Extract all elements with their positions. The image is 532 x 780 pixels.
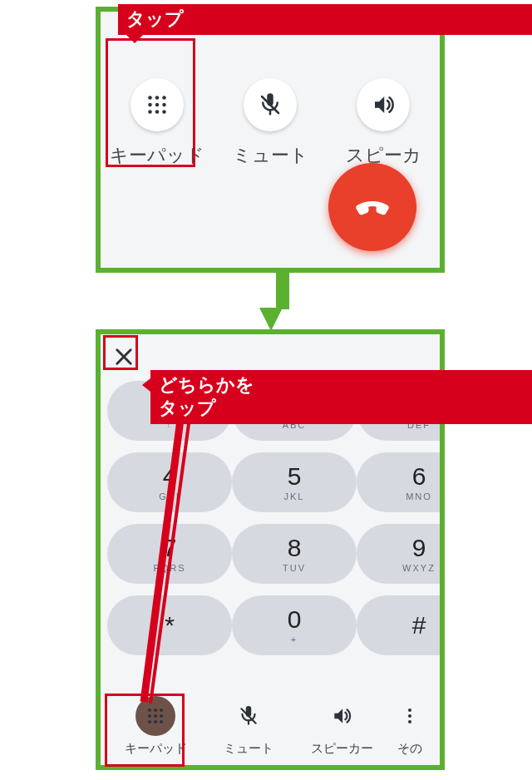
svg-point-19 xyxy=(408,714,411,718)
mute-label-bottom: ミュート xyxy=(224,741,273,757)
mute-button-bottom[interactable] xyxy=(229,696,268,736)
end-call-button[interactable] xyxy=(328,163,416,251)
svg-point-20 xyxy=(408,720,411,723)
svg-point-6 xyxy=(148,110,152,114)
svg-point-16 xyxy=(154,720,157,723)
svg-point-14 xyxy=(160,714,163,718)
mute-icon xyxy=(238,705,259,727)
svg-point-13 xyxy=(154,714,157,718)
dial-digit: * xyxy=(165,613,175,638)
speaker-icon xyxy=(371,92,396,117)
speaker-icon xyxy=(331,705,352,727)
top-callout-text: タップ xyxy=(126,8,184,29)
svg-point-17 xyxy=(160,720,163,723)
speaker-button-bottom[interactable] xyxy=(322,696,362,736)
dial-key-5[interactable]: 5JKL xyxy=(232,452,357,512)
keypad-label-bottom: キーパッド xyxy=(125,741,187,757)
dial-letters: + xyxy=(291,634,298,644)
dial-key-8[interactable]: 8TUV xyxy=(232,524,357,584)
dial-letters: MNO xyxy=(406,491,432,501)
mute-icon xyxy=(258,92,283,117)
dialpad-icon xyxy=(144,704,167,728)
top-panel: キーパッド ミュート xyxy=(96,7,445,273)
svg-point-8 xyxy=(162,110,166,114)
phone-hangup-icon xyxy=(349,184,396,230)
close-icon xyxy=(112,345,135,368)
top-callout: タップ xyxy=(118,4,532,35)
svg-point-4 xyxy=(155,103,160,107)
dial-digit: 8 xyxy=(288,536,302,560)
dial-digit: 7 xyxy=(163,536,177,560)
svg-point-7 xyxy=(155,110,160,114)
dial-key-0[interactable]: 0+ xyxy=(232,595,357,655)
mute-button-top[interactable] xyxy=(244,78,297,131)
dial-digit: 9 xyxy=(412,536,426,560)
dial-key-#[interactable]: # xyxy=(357,595,445,655)
svg-point-5 xyxy=(162,103,166,107)
dial-letters: JKL xyxy=(284,491,305,501)
dial-digit: 5 xyxy=(288,464,302,489)
keypad-label-top: キーパッド xyxy=(110,143,204,168)
dial-digit: 6 xyxy=(412,464,426,489)
dial-digit: # xyxy=(412,613,426,638)
speaker-label-bottom: スピーカー xyxy=(311,741,373,757)
svg-point-3 xyxy=(148,103,152,107)
more-button-bottom[interactable] xyxy=(390,696,430,736)
keypad-button-top[interactable] xyxy=(131,78,184,131)
keypad-button-bottom[interactable] xyxy=(135,696,175,736)
dial-key-6[interactable]: 6MNO xyxy=(357,452,445,512)
dial-letters: WXYZ xyxy=(402,563,436,573)
svg-point-10 xyxy=(154,708,157,712)
svg-point-18 xyxy=(408,708,411,712)
svg-point-2 xyxy=(162,96,166,100)
svg-point-12 xyxy=(148,714,151,718)
bottom-callout: どちらかを タップ xyxy=(150,370,532,424)
dial-key-*[interactable]: * xyxy=(107,595,232,655)
close-button[interactable] xyxy=(112,343,140,371)
dial-key-9[interactable]: 9WXYZ xyxy=(357,524,445,584)
svg-point-15 xyxy=(148,720,151,723)
svg-point-11 xyxy=(160,708,163,712)
flow-arrow xyxy=(259,271,283,329)
dial-letters: GHI xyxy=(159,491,180,501)
svg-point-0 xyxy=(148,96,152,100)
more-label-bottom: その xyxy=(397,741,422,757)
mute-label-top: ミュート xyxy=(233,143,308,168)
dial-key-7[interactable]: 7PQRS xyxy=(107,524,232,584)
svg-point-9 xyxy=(148,708,151,712)
dial-letters: PQRS xyxy=(153,563,185,573)
more-vert-icon xyxy=(400,706,420,726)
svg-point-1 xyxy=(155,96,160,100)
dialpad-icon xyxy=(143,91,171,119)
speaker-button-top[interactable] xyxy=(357,78,410,131)
bottom-callout-text: どちらかを タップ xyxy=(159,374,254,419)
bottom-action-row: キーパッド ミュート xyxy=(101,696,440,757)
dial-digit: 0 xyxy=(288,607,302,632)
dial-digit: 4 xyxy=(163,464,177,489)
dial-key-4[interactable]: 4GHI xyxy=(107,452,232,512)
dial-letters: TUV xyxy=(283,563,306,573)
